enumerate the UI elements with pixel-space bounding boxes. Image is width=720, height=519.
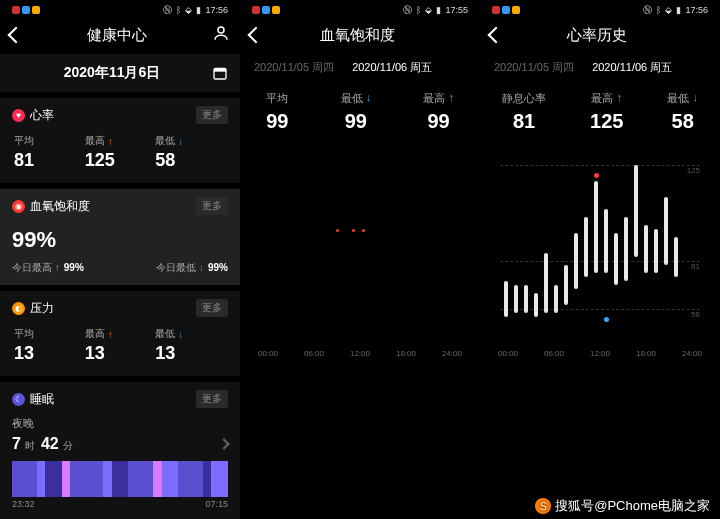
- chevron-right-icon[interactable]: [218, 438, 229, 449]
- heart-icon: ♥: [12, 109, 25, 122]
- svg-rect-2: [214, 68, 226, 71]
- svg-point-0: [218, 27, 224, 33]
- hr-max: 125: [85, 150, 156, 171]
- x-axis: 00:0006:0012:0018:0024:00: [258, 349, 462, 358]
- spo2-value: 99%: [12, 223, 228, 261]
- arrow-down-icon: ↓: [178, 136, 183, 147]
- more-button[interactable]: 更多: [196, 390, 228, 408]
- hr-avg: 81: [14, 150, 85, 171]
- clock: 17:56: [205, 5, 228, 15]
- profile-icon[interactable]: [212, 24, 230, 46]
- tab-current[interactable]: 2020/11/06 周五: [352, 60, 432, 75]
- date-label: 2020年11月6日: [12, 64, 212, 82]
- card-sleep[interactable]: ☾睡眠 更多 夜晚 7时42分 23:3207:15: [0, 382, 240, 519]
- screen-spo2-detail: Ⓝᛒ⬙▮17:55 血氧饱和度 2020/11/05 周四 2020/11/06…: [240, 0, 480, 519]
- bt-icon: ᛒ: [176, 5, 181, 15]
- screen-health-center: Ⓝᛒ⬙▮17:56 健康中心 2020年11月6日 ♥心率 更多 平均81 最高…: [0, 0, 240, 519]
- status-bar: Ⓝᛒ⬙▮17:56: [0, 0, 240, 20]
- nfc-icon: Ⓝ: [163, 4, 172, 17]
- card-spo2[interactable]: ◉血氧饱和度 更多 99% 今日最高 ↑99% 今日最低 ↓99%: [0, 189, 240, 285]
- card-stress[interactable]: ◐压力 更多 平均13 最高↑13 最低↓13: [0, 291, 240, 376]
- tab-current[interactable]: 2020/11/06 周五: [592, 60, 672, 75]
- watermark: S 搜狐号@PChome电脑之家: [535, 497, 710, 515]
- hr-min: 58: [155, 150, 226, 171]
- sleep-chart: [12, 461, 228, 497]
- header: 健康中心: [0, 20, 240, 54]
- page-title: 血氧饱和度: [262, 26, 452, 45]
- tab-prev[interactable]: 2020/11/05 周四: [494, 60, 574, 75]
- spo2-chart: [260, 145, 460, 345]
- sleep-duration: 7时42分: [12, 435, 77, 453]
- card-heart-rate[interactable]: ♥心率 更多 平均81 最高↑125 最低↓58: [0, 98, 240, 183]
- arrow-up-icon: ↑: [108, 136, 113, 147]
- x-axis: 00:0006:0012:0018:0024:00: [498, 349, 702, 358]
- moon-icon: ☾: [12, 393, 25, 406]
- status-bar: Ⓝᛒ⬙▮17:56: [480, 0, 720, 20]
- screen-hr-history: Ⓝᛒ⬙▮17:56 心率历史 2020/11/05 周四 2020/11/06 …: [480, 0, 720, 519]
- tab-prev[interactable]: 2020/11/05 周四: [254, 60, 334, 75]
- more-button[interactable]: 更多: [196, 299, 228, 317]
- battery-icon: ▮: [196, 5, 201, 15]
- page-title: 健康中心: [22, 26, 212, 45]
- date-picker[interactable]: 2020年11月6日: [0, 54, 240, 92]
- more-button[interactable]: 更多: [196, 106, 228, 124]
- date-tabs[interactable]: 2020/11/05 周四 2020/11/06 周五: [240, 54, 480, 85]
- blood-icon: ◉: [12, 200, 25, 213]
- date-tabs[interactable]: 2020/11/05 周四 2020/11/06 周五: [480, 54, 720, 85]
- more-button[interactable]: 更多: [196, 197, 228, 215]
- calendar-icon[interactable]: [212, 65, 228, 81]
- status-bar: Ⓝᛒ⬙▮17:55: [240, 0, 480, 20]
- stress-icon: ◐: [12, 302, 25, 315]
- hr-chart: 125 81 58: [500, 145, 700, 345]
- sohu-logo-icon: S: [535, 498, 551, 514]
- page-title: 心率历史: [502, 26, 692, 45]
